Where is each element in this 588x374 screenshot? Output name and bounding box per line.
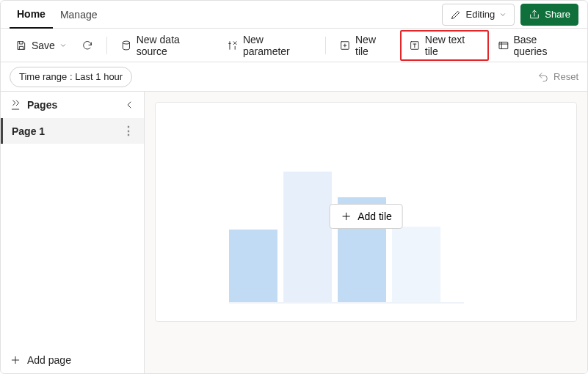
tabs-row: Home Manage Editing Share [1, 1, 587, 29]
highlight-new-text-tile: New text tile [400, 30, 489, 61]
base-queries-label: Base queries [513, 34, 573, 57]
new-data-source-label: New data source [137, 34, 213, 57]
share-label: Share [545, 9, 570, 20]
canvas-wrap: Add tile [145, 92, 587, 373]
chart-bar [392, 227, 440, 302]
editing-label: Editing [466, 9, 496, 20]
chevron-down-icon [59, 42, 67, 49]
time-range-value: Last 1 hour [75, 71, 123, 82]
chart-bar [283, 172, 332, 302]
new-text-tile-button[interactable]: New text tile [403, 33, 486, 58]
pages-title: Pages [27, 99, 57, 111]
refresh-button[interactable] [76, 33, 99, 58]
add-tile-label: Add tile [357, 210, 392, 222]
base-queries-button[interactable]: Base queries [492, 33, 578, 58]
share-icon [529, 9, 540, 21]
share-button[interactable]: Share [520, 4, 578, 26]
page-item-menu-icon[interactable]: ⋮ [123, 124, 135, 138]
plus-icon [340, 210, 352, 222]
save-button[interactable]: Save [10, 33, 73, 58]
add-tile-button[interactable]: Add tile [329, 204, 403, 229]
chart-bar [229, 230, 277, 302]
chevron-down-icon [499, 11, 507, 18]
refresh-icon [81, 40, 93, 51]
text-tile-icon [409, 40, 421, 51]
add-page-button[interactable]: Add page [1, 347, 144, 373]
pages-icon [10, 99, 21, 111]
pages-header: Pages [1, 92, 144, 118]
main-area: Pages Page 1 ⋮ Add page Add tile [1, 92, 587, 373]
queries-icon [498, 40, 509, 51]
plus-icon [10, 354, 21, 366]
database-icon [120, 40, 132, 51]
new-tile-label: New tile [355, 34, 391, 57]
time-range-label: Time range : [19, 71, 73, 82]
sidebar-item-page-1[interactable]: Page 1 ⋮ [1, 118, 144, 144]
placeholder-bar-chart [229, 157, 464, 304]
save-label: Save [32, 40, 55, 51]
editing-mode-button[interactable]: Editing [442, 4, 515, 26]
tab-manage-label: Manage [60, 9, 98, 21]
new-text-tile-label: New text tile [425, 34, 480, 57]
parameter-icon [227, 40, 239, 51]
page-item-label: Page 1 [12, 125, 45, 137]
separator [106, 37, 107, 54]
tab-manage[interactable]: Manage [53, 1, 105, 29]
reset-button[interactable]: Reset [537, 71, 578, 83]
new-parameter-button[interactable]: New parameter [221, 33, 318, 58]
time-range-pill[interactable]: Time range : Last 1 hour [10, 67, 132, 87]
chevron-left-icon[interactable] [123, 99, 135, 111]
save-icon [15, 40, 27, 51]
undo-icon [537, 71, 549, 83]
new-parameter-label: New parameter [243, 34, 312, 57]
toolbar: Save New data source New parameter New t… [1, 29, 587, 62]
tab-home[interactable]: Home [10, 1, 53, 29]
new-tile-button[interactable]: New tile [333, 33, 397, 58]
new-data-source-button[interactable]: New data source [115, 33, 218, 58]
tab-home-label: Home [17, 8, 46, 20]
add-page-label: Add page [27, 354, 71, 366]
filter-row: Time range : Last 1 hour Reset [1, 62, 587, 92]
separator [325, 37, 326, 54]
pages-sidebar: Pages Page 1 ⋮ Add page [1, 92, 145, 373]
dashboard-canvas[interactable]: Add tile [155, 102, 577, 322]
svg-rect-3 [499, 42, 508, 48]
reset-label: Reset [553, 71, 578, 82]
pencil-icon [450, 9, 462, 21]
tile-plus-icon [339, 40, 351, 51]
svg-point-0 [123, 41, 129, 44]
